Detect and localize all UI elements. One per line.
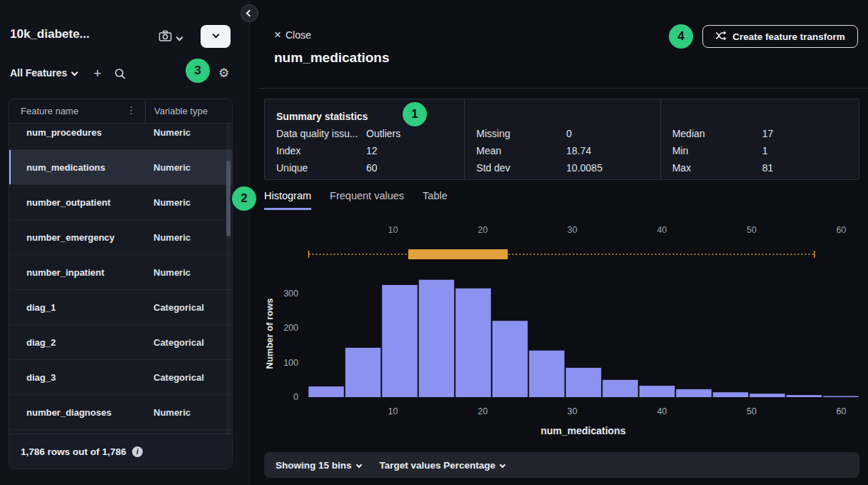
stat-row: Index12 [276,142,464,159]
slider-axis-tick: 20 [478,225,488,235]
stat-label: Median [672,125,762,142]
variable-type: Categorical [145,372,232,383]
tab-histogram[interactable]: Histogram [264,190,311,210]
chevron-down-icon [500,461,505,467]
stat-label: Index [276,142,366,159]
stat-row: Median17 [672,125,859,142]
histogram-bar [823,396,858,398]
chevron-down-icon [176,34,183,41]
stat-row: Missing0 [476,125,660,142]
stats-column-3: Median17Min1Max81 [660,99,859,179]
close-button[interactable]: × Close [274,29,311,41]
x-axis-tick: 50 [747,406,757,416]
close-icon: × [274,30,281,40]
table-row[interactable]: number_outpatientNumeric [9,185,232,220]
add-feature-button[interactable]: + [94,66,101,81]
feature-list: num_proceduresNumericnum_medicationsNume… [9,124,232,430]
table-row[interactable]: number_diagnosesNumeric [9,395,232,430]
scrollbar-thumb[interactable] [226,161,231,236]
y-axis-tick: 0 [293,392,298,402]
x-axis-tick: 40 [657,406,667,416]
create-feature-transform-button[interactable]: Create feature transform [702,25,858,48]
x-axis-tick: 60 [837,406,847,416]
settings-gear-icon[interactable]: ⚙ [218,66,229,81]
shuffle-icon [715,30,727,44]
search-icon[interactable] [114,68,126,83]
data-wrangler-app: 10k_diabete... All Features + ⚙ [0,0,868,485]
table-row[interactable]: number_emergencyNumeric [9,220,232,255]
bins-dropdown-label: Showing 15 bins [276,460,352,471]
chevron-down-icon [71,69,79,76]
snapshot-button[interactable] [158,30,182,45]
y-axis-label: Number of rows [264,299,275,369]
sidebar-collapse-button[interactable] [241,4,258,22]
feature-name: diag_1 [9,302,145,313]
tab-frequent-values[interactable]: Frequent values [330,190,404,210]
histogram-bar [713,392,748,397]
slider-axis-tick: 50 [747,225,757,235]
variable-type: Numeric [145,232,232,243]
histogram-bar [750,394,784,397]
variable-type: Numeric [145,197,232,208]
annotation-badge-4: 4 [669,24,693,49]
all-features-dropdown[interactable]: All Features [10,67,77,79]
row-count-text: 1,786 rows out of 1,786 [21,446,126,457]
table-row[interactable]: diag_2Categorical [9,325,232,360]
stat-row: Min1 [672,142,859,159]
stat-value: 60 [366,159,378,176]
column-header-feature-name[interactable]: Feature name ⋮ [9,106,145,116]
histogram-bar [640,386,675,397]
stat-label: Data quality issu... [276,125,366,142]
chart-controls-bar: Showing 15 bins Target values Percentage [264,452,859,478]
x-axis-tick: 30 [567,406,577,416]
summary-statistics-heading: Summary statistics [276,108,464,125]
stat-label: Missing [476,125,566,142]
feature-table-header: Feature name ⋮ Variable type [9,99,232,124]
slider-axis-tick: 40 [657,225,667,235]
stat-value: 0 [566,125,572,142]
stat-label: Unique [276,159,366,176]
histogram-bar [455,289,490,397]
feature-list-viewport: num_proceduresNumericnum_medicationsNume… [9,124,232,435]
table-row[interactable]: num_proceduresNumeric [9,124,232,150]
chevron-down-icon [355,461,361,467]
panel-toggle-button[interactable] [201,25,231,48]
slider-axis-tick: 60 [837,225,847,235]
target-values-dropdown-label: Target values Percentage [380,460,496,471]
variable-type: Numeric [145,127,232,138]
table-row[interactable]: num_medicationsNumeric [9,150,232,185]
stat-row: Std dev10.0085 [476,159,660,176]
tab-table[interactable]: Table [423,190,448,210]
bins-dropdown[interactable]: Showing 15 bins [276,460,361,471]
feature-name: number_inpatient [9,267,145,278]
slider-selected-range[interactable] [408,249,508,259]
stats-column-1: Summary statistics Data quality issu...O… [265,99,464,179]
create-feature-transform-label: Create feature transform [732,31,845,42]
summary-statistics-card: Summary statistics Data quality issu...O… [264,99,859,180]
histogram-bar [419,280,454,397]
feature-name: number_emergency [9,232,145,243]
target-values-dropdown[interactable]: Target values Percentage [380,460,505,471]
column-header-variable-type[interactable]: Variable type [145,99,232,124]
stat-value: Outliers [366,125,400,142]
stat-row: Unique60 [276,159,464,176]
header-divider [258,88,868,89]
y-axis-tick: 200 [283,323,298,333]
stat-value: 12 [366,142,378,159]
info-icon[interactable]: i [132,446,143,457]
stats-column-2: Missing0Mean18.74Std dev10.0085 [464,99,660,179]
range-slider[interactable]: 102030405060 [264,223,859,264]
stat-row: Mean18.74 [476,142,660,159]
table-row[interactable]: diag_3Categorical [9,360,232,395]
stat-row: Max81 [672,159,859,176]
feature-table: Feature name ⋮ Variable type num_procedu… [9,99,233,469]
feature-name: diag_2 [9,337,145,348]
table-row[interactable]: diag_1Categorical [9,290,232,325]
stat-label: Min [672,142,762,159]
kebab-menu-icon[interactable]: ⋮ [126,104,136,116]
sidebar: 10k_diabete... All Features + ⚙ [0,0,250,485]
variable-type: Categorical [145,337,232,348]
page-title: num_medications [274,50,390,66]
feature-name: diag_3 [9,372,145,383]
table-row[interactable]: number_inpatientNumeric [9,255,232,290]
